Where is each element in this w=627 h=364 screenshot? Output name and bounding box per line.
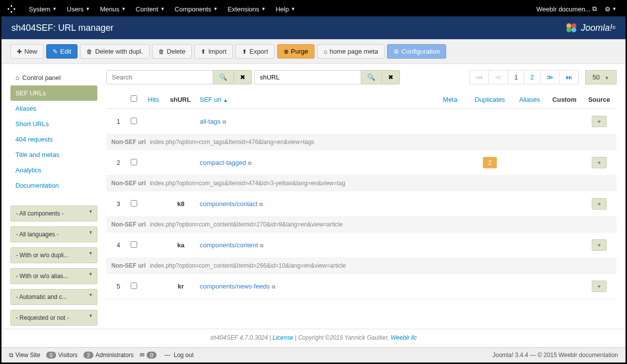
page-title: sh404SEF: URL manager [11,23,113,33]
filter-components[interactable]: - All components -▼ [10,206,97,221]
filter-requested[interactable]: - Requested or not -▼ [10,310,97,326]
external-icon[interactable]: ⧉ [260,243,263,248]
topmenu-content[interactable]: Content▼ [131,5,169,13]
col-aliases[interactable]: Aliases [512,90,547,109]
row-checkbox[interactable] [131,241,137,248]
search-input[interactable] [106,70,213,84]
delete-button[interactable]: 🗑Delete [152,44,192,59]
pencil-icon: ✎ [53,48,58,55]
configuration-button[interactable]: ⚙Configuration [387,44,446,59]
row-checkbox[interactable] [131,200,137,207]
row-checkbox[interactable] [131,118,137,124]
source-add-button[interactable]: + [592,239,607,251]
search-button[interactable]: 🔍 [213,70,234,84]
topmenu-system[interactable]: System▼ [24,5,62,13]
topmenu-users[interactable]: Users▼ [62,5,95,13]
logout-link[interactable]: — Log out [164,352,194,359]
view-site-link[interactable]: ⧉View Site [9,352,40,359]
topmenu-components[interactable]: Components▼ [170,5,223,13]
sidebar-item-documentation[interactable]: Documentation [10,178,97,193]
clear-search-button[interactable]: ✖ [234,70,252,84]
sidebar-item-short-urls[interactable]: Short URLs [10,116,97,132]
source-add-button[interactable]: + [592,198,607,210]
page-first[interactable]: ⏮ [470,70,489,84]
homepage-meta-button[interactable]: ⌂home page meta [317,44,385,59]
edit-button[interactable]: ✎Edit [46,44,78,59]
nonsef-row: Non-SEF url index.php?option=com_tags&It… [106,135,617,150]
sidebar-item-404[interactable]: 404 requests [10,132,97,147]
joomla-icon[interactable] [6,4,16,14]
purge-button[interactable]: ⊗Purge [277,44,315,59]
shurl-search-input[interactable] [254,70,361,84]
col-sefurl[interactable]: SEF url ▲ [196,90,433,109]
select-all-checkbox[interactable] [131,95,137,102]
source-add-button[interactable]: + [592,281,607,292]
sidebar-item-sef-urls[interactable]: SEF URLs [10,85,97,101]
sef-url-link[interactable]: compact-tagged [200,159,246,166]
messages-count[interactable]: ✉0 [140,352,158,359]
filter-aliases[interactable]: - With or w/o alias...▼ [10,268,97,284]
clear-shurl-button[interactable]: ✖ [382,70,400,84]
admins-count[interactable]: 2Administrators [83,352,134,359]
filter-duplicates[interactable]: - With or w/o dupli...▼ [10,247,97,263]
source-add-button[interactable]: + [592,157,607,168]
external-icon[interactable]: ⧉ [259,202,263,207]
home-icon: ⌂ [15,74,19,81]
svg-point-2 [566,27,571,32]
topmenu-extensions[interactable]: Extensions▼ [223,5,271,13]
license-link[interactable]: License [273,334,293,341]
topmenu-menus[interactable]: Menus▼ [95,5,131,13]
sidebar-item-aliases[interactable]: Aliases [10,101,97,116]
sef-url-link[interactable]: components/content [200,241,258,249]
page-next[interactable]: ≫ [540,70,560,84]
nonsef-url: index.php?option=com_tags&Itemid=474&id=… [150,180,345,187]
control-panel-link[interactable]: ⌂Control panel [10,70,97,85]
joomla-brand: Joomla!® [565,22,616,34]
nonsef-url: index.php?option=com_content&Itemid=270&… [150,221,343,228]
sidebar-item-title-metas[interactable]: Title and metas [10,147,97,162]
row-checkbox[interactable] [131,283,137,289]
topmenu-help[interactable]: Help▼ [271,5,301,13]
nonsef-row: Non-SEF url index.php?option=com_content… [106,217,617,232]
col-hits[interactable]: Hits [141,90,166,109]
search-icon: 🔍 [219,73,228,81]
topbar: System▼ Users▼ Menus▼ Content▼ Component… [1,1,626,16]
top-site-link[interactable]: Weeblr documen... ⧉ [533,5,601,13]
sef-url-link[interactable]: components/news-feeds [200,283,270,290]
import-button[interactable]: ⬆Import [194,44,233,59]
filter-automatic[interactable]: - Automatic and c...▼ [10,289,97,305]
duplicate-badge[interactable]: 2 [483,157,496,168]
trash-icon: 🗑 [86,48,92,55]
gear-icon[interactable]: ⚙▼ [601,5,621,13]
page-2[interactable]: 2 [524,70,540,84]
x-circle-icon: ⊗ [284,48,289,55]
sidebar: ⌂Control panel SEF URLs Aliases Short UR… [10,70,97,326]
external-icon[interactable]: ⧉ [272,284,275,290]
external-icon[interactable]: ⧉ [248,160,251,166]
new-button[interactable]: ✚New [10,44,44,59]
page-1[interactable]: 1 [508,70,524,84]
page-last[interactable]: ⏭ [559,70,579,84]
sef-url-link[interactable]: components/contact [200,200,257,208]
sidebar-item-analytics[interactable]: Analytics [10,162,97,178]
sort-asc-icon: ▲ [223,97,228,103]
delete-dupl-button[interactable]: 🗑Delete with dupl. [80,44,149,59]
col-duplicates[interactable]: Duplicates [468,90,512,109]
visitors-count[interactable]: 0Visitors [46,352,78,359]
nonsef-url: index.php?option=com_tags&Itemid=476&lan… [150,139,314,146]
limit-select[interactable]: 50▼ [585,70,617,84]
home-icon: ⌂ [323,48,327,55]
source-add-button[interactable]: + [592,116,607,127]
external-icon[interactable]: ⧉ [223,119,226,125]
row-number: 5 [106,274,126,299]
export-button[interactable]: ⬆Export [235,44,275,59]
shurl-search-button[interactable]: 🔍 [361,70,382,84]
row-checkbox[interactable] [131,159,137,165]
external-icon: ⧉ [9,352,13,359]
page-prev[interactable]: ≪ [488,70,508,84]
col-meta[interactable]: Meta [433,90,468,109]
filter-languages[interactable]: - All languages -▼ [10,226,97,242]
row-shurl: k8 [166,191,196,217]
sef-url-link[interactable]: all-tags [200,118,221,125]
weeblr-link[interactable]: Weeblr llc [391,334,416,341]
